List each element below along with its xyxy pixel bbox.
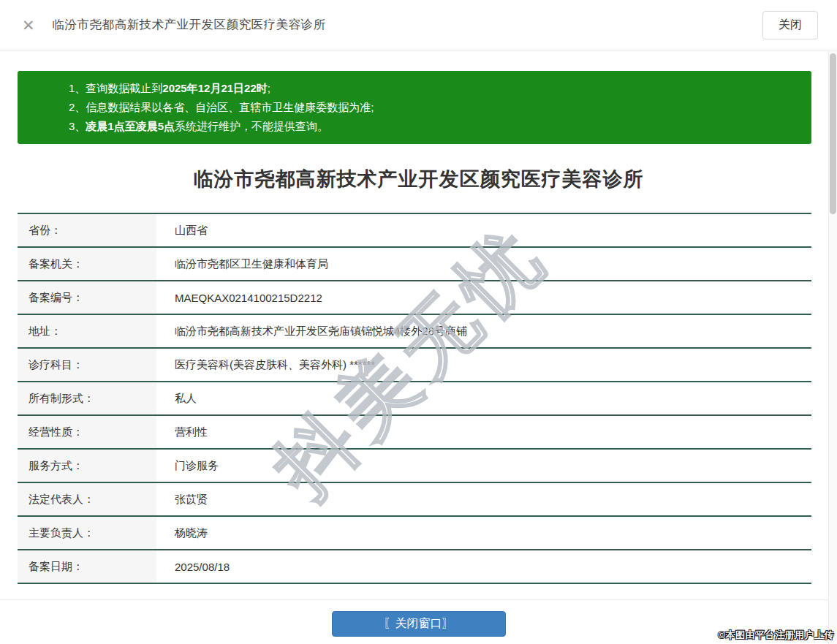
dialog-title: 临汾市尧都高新技术产业开发区颜究医疗美容诊所 [53,17,326,33]
field-label: 备案编号： [18,281,156,314]
table-row: 所有制形式：私人 [18,381,811,414]
table-row: 地址：临汾市尧都高新技术产业开发区尧庙镇锦悦城4楼外28号商铺 [18,314,811,347]
notice-item: 2、信息数据结果以各省、自治区、直辖市卫生健康委数据为准; [69,98,803,117]
field-label: 备案日期： [18,550,156,583]
table-row: 省份：山西省 [18,213,811,246]
notice-item: 1、查询数据截止到2025年12月21日22时; [69,79,803,98]
notice-text: 凌晨1点至凌晨5点 [86,120,175,132]
field-label: 服务方式： [18,450,156,482]
table-row: 服务方式：门诊服务 [18,448,811,482]
field-label: 经营性质： [18,416,156,448]
button-row: 〖关闭窗口〗 [0,611,837,637]
field-label: 地址： [18,315,156,347]
page-title: 临汾市尧都高新技术产业开发区颜究医疗美容诊所 [0,164,837,194]
table-row: 备案机关：临汾市尧都区卫生健康和体育局 [18,246,811,280]
dialog-header: ✕ 临汾市尧都高新技术产业开发区颜究医疗美容诊所 关闭 [0,0,837,50]
table-row: 经营性质：营利性 [18,414,811,448]
close-window-button[interactable]: 〖关闭窗口〗 [332,611,506,637]
field-value: MAEQKAX0214100215D2212 [156,281,811,314]
field-value: 营利性 [156,416,811,448]
field-value: 2025/08/18 [156,550,811,583]
upload-attribution: ©本图由平台注册用户上传 [718,629,834,642]
close-button[interactable]: 关闭 [762,11,818,39]
table-row: 法定代表人：张苡贤 [18,482,811,515]
notice-text: 1、查询数据截止到 [69,82,162,94]
field-value: 临汾市尧都区卫生健康和体育局 [156,248,811,280]
section-divider [0,599,837,600]
field-label: 备案机关： [18,248,156,280]
table-row: 主要负责人：杨晓涛 [18,515,811,549]
field-value: 门诊服务 [156,450,811,482]
field-value: 山西省 [156,214,811,246]
notice-text: 2025年12月21日22时 [162,82,267,94]
notice-text: 系统进行维护，不能提供查询。 [175,120,328,132]
notice-item: 3、凌晨1点至凌晨5点系统进行维护，不能提供查询。 [69,117,803,136]
notice-text: 3、 [69,120,86,132]
table-row: 备案编号：MAEQKAX0214100215D2212 [18,280,811,314]
scrollbar[interactable] [828,51,837,644]
table-row: 诊疗科目：医疗美容科(美容皮肤科、美容外科) ****** [18,347,811,381]
table-row: 备案日期：2025/08/18 [18,549,811,583]
field-label: 省份： [18,214,156,246]
field-label: 主要负责人： [18,517,156,549]
notice-box: 1、查询数据截止到2025年12月21日22时;2、信息数据结果以各省、自治区、… [18,71,811,144]
field-label: 诊疗科目： [18,349,156,381]
field-value: 杨晓涛 [156,517,811,549]
scrollbar-thumb[interactable] [830,53,836,214]
info-table: 省份：山西省备案机关：临汾市尧都区卫生健康和体育局备案编号：MAEQKAX021… [18,213,811,584]
field-label: 法定代表人： [18,483,156,515]
field-value: 私人 [156,382,811,414]
notice-text: 2、信息数据结果以各省、自治区、直辖市卫生健康委数据为准; [69,101,374,113]
field-value: 医疗美容科(美容皮肤科、美容外科) ****** [156,349,811,381]
field-value: 临汾市尧都高新技术产业开发区尧庙镇锦悦城4楼外28号商铺 [156,315,811,347]
close-icon[interactable]: ✕ [22,18,35,33]
notice-text: ; [268,82,270,94]
field-value: 张苡贤 [156,483,811,515]
field-label: 所有制形式： [18,382,156,414]
